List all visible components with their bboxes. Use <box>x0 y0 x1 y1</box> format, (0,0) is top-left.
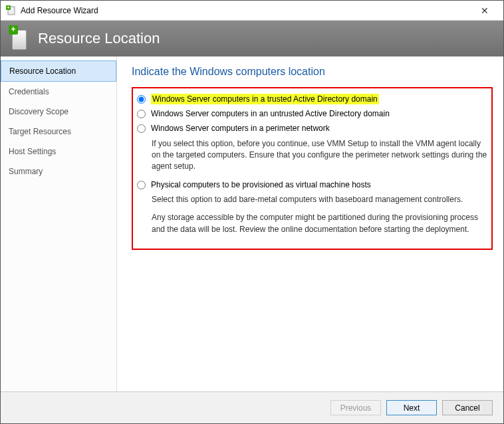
app-icon: + <box>6 5 17 16</box>
option-trusted-domain: Windows Server computers in a trusted Ac… <box>137 94 487 104</box>
content-heading: Indicate the Windows computers location <box>132 66 493 78</box>
cancel-button[interactable]: Cancel <box>442 400 493 415</box>
option-desc-perimeter: If you select this option, before you co… <box>152 138 487 173</box>
sidebar-item-resource-location[interactable]: Resource Location <box>1 60 116 82</box>
wizard-footer: Previous Next Cancel <box>1 391 503 423</box>
page-title: Resource Location <box>38 30 160 47</box>
radio-label-physical-computers: Physical computers to be provisioned as … <box>151 179 371 190</box>
radio-label-untrusted-domain: Windows Server computers in an untrusted… <box>151 108 390 119</box>
content-panel: Indicate the Windows computers location … <box>117 56 503 391</box>
titlebar: + Add Resource Wizard ✕ <box>1 1 503 21</box>
option-perimeter-network: Windows Server computers in a perimeter … <box>137 123 487 172</box>
sidebar-item-host-settings[interactable]: Host Settings <box>1 142 116 161</box>
svg-text:+: + <box>7 5 9 10</box>
radio-physical-computers[interactable] <box>137 181 146 189</box>
close-icon[interactable]: ✕ <box>471 5 498 16</box>
wizard-steps-sidebar: Resource Location Credentials Discovery … <box>1 56 117 391</box>
sidebar-item-target-resources[interactable]: Target Resources <box>1 122 116 142</box>
resource-icon: + <box>10 27 30 51</box>
previous-button: Previous <box>330 400 381 415</box>
option-physical-computers: Physical computers to be provisioned as … <box>137 179 487 235</box>
window-title: Add Resource Wizard <box>21 6 471 15</box>
option-desc-physical-2: Any storage accessible by the computer m… <box>152 212 487 235</box>
sidebar-item-discovery-scope[interactable]: Discovery Scope <box>1 102 116 122</box>
radio-label-trusted-domain: Windows Server computers in a trusted Ac… <box>151 94 379 104</box>
radio-trusted-domain[interactable] <box>137 95 146 104</box>
next-button[interactable]: Next <box>386 400 437 415</box>
sidebar-item-credentials[interactable]: Credentials <box>1 82 116 102</box>
header-band: + Resource Location <box>1 21 503 56</box>
option-untrusted-domain: Windows Server computers in an untrusted… <box>137 108 487 119</box>
radio-label-perimeter-network: Windows Server computers in a perimeter … <box>151 123 330 134</box>
radio-perimeter-network[interactable] <box>137 124 146 133</box>
option-desc-physical-1: Select this option to add bare-metal com… <box>152 194 487 205</box>
body: Resource Location Credentials Discovery … <box>1 56 503 391</box>
sidebar-item-summary[interactable]: Summary <box>1 161 116 181</box>
radio-untrusted-domain[interactable] <box>137 110 146 118</box>
options-highlight-box: Windows Server computers in a trusted Ac… <box>132 87 493 250</box>
